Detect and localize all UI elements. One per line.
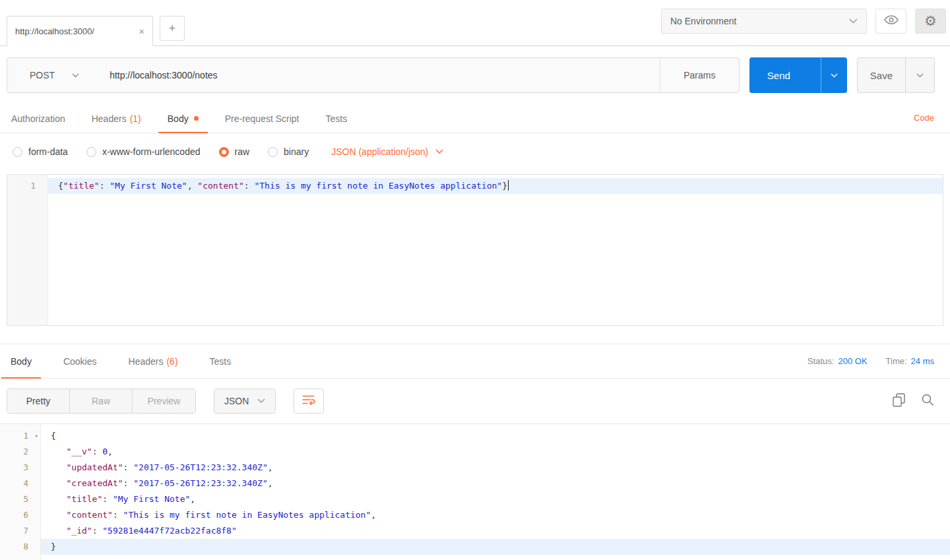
- tab-body[interactable]: Body: [168, 104, 199, 133]
- close-icon[interactable]: ×: [139, 26, 144, 37]
- response-tabs-bar: Body Cookies Headers (6) Tests Status: 2…: [0, 344, 950, 379]
- code-token: [51, 478, 66, 488]
- radio-label: form-data: [28, 146, 68, 157]
- response-panel: Body Cookies Headers (6) Tests Status: 2…: [0, 344, 950, 560]
- response-meta: Status: 200 OK Time: 24 ms: [808, 344, 934, 378]
- request-editor-code-area[interactable]: {"title": "My First Note", "content": "T…: [48, 175, 943, 325]
- url-input[interactable]: http://localhost:3000/notes: [94, 70, 660, 80]
- code-line[interactable]: "updatedAt": "2017-05-26T12:23:32.340Z",: [41, 460, 950, 476]
- fold-toggle-icon[interactable]: ▾: [35, 428, 38, 444]
- body-mode-option-form-data[interactable]: form-data: [13, 146, 68, 157]
- request-body-editor[interactable]: 1 {"title": "My First Note", "content": …: [7, 174, 943, 326]
- radio-label: raw: [235, 146, 250, 157]
- save-button-label[interactable]: Save: [858, 58, 905, 92]
- tab-count-badge: (1): [130, 113, 141, 124]
- body-mode-option-urlencoded[interactable]: x-www-form-urlencoded: [86, 146, 201, 157]
- send-button[interactable]: Send: [749, 57, 847, 93]
- line-number: 2: [0, 444, 40, 460]
- content-type-value: JSON (application/json): [331, 146, 428, 157]
- response-tab-cookies[interactable]: Cookies: [63, 344, 97, 378]
- tab-headers[interactable]: Headers (1): [92, 104, 141, 133]
- gear-icon: ⚙: [924, 13, 937, 29]
- line-number: 3: [0, 460, 40, 476]
- chevron-down-icon: [831, 73, 838, 78]
- header-controls: No Environment ⚙: [661, 9, 946, 34]
- code-token: {: [51, 431, 56, 441]
- generate-code-link[interactable]: Code: [914, 113, 934, 123]
- code-token: :: [123, 462, 134, 472]
- code-token: [51, 447, 66, 456]
- view-pretty-button[interactable]: Pretty: [7, 389, 70, 413]
- code-line[interactable]: "_id": "59281e4447f72acb22fac8f8": [41, 523, 950, 539]
- response-actions: [893, 393, 934, 410]
- radio-label: x-www-form-urlencoded: [102, 146, 201, 157]
- code-line[interactable]: "createdAt": "2017-05-26T12:23:32.340Z",: [41, 476, 950, 491]
- code-token: "__v": [66, 447, 92, 456]
- app-header: http://localhost:3000/ × + No Environmen…: [0, 0, 950, 46]
- code-line[interactable]: "__v": 0,: [41, 444, 950, 460]
- line-number: 5: [0, 491, 40, 507]
- code-token: ,: [190, 494, 195, 504]
- chevron-down-icon: [435, 149, 443, 154]
- tab-pre-request-script[interactable]: Pre-request Script: [225, 104, 300, 133]
- body-mode-option-binary[interactable]: binary: [268, 146, 309, 157]
- save-options-button[interactable]: [905, 58, 934, 92]
- send-button-label[interactable]: Send: [749, 57, 821, 93]
- code-token: ,: [268, 478, 273, 488]
- code-token: :: [123, 478, 134, 488]
- request-url-bar: POST http://localhost:3000/notes Params: [7, 57, 740, 93]
- response-tab-body[interactable]: Body: [11, 344, 32, 378]
- send-options-button[interactable]: [821, 57, 847, 93]
- tab-label: Headers: [129, 356, 164, 367]
- copy-icon[interactable]: [893, 393, 905, 410]
- line-number: 6: [0, 507, 40, 523]
- environment-select[interactable]: No Environment: [661, 9, 867, 34]
- code-line[interactable]: "content": "This is my first note in Eas…: [41, 507, 950, 523]
- response-tab-tests[interactable]: Tests: [210, 344, 232, 378]
- text-cursor: [508, 180, 509, 191]
- code-token: [51, 494, 66, 504]
- tab-tests[interactable]: Tests: [326, 104, 348, 133]
- request-tabs-bar: Authorization Headers (1) Body Pre-reque…: [0, 104, 950, 133]
- new-tab-button[interactable]: +: [160, 16, 185, 41]
- code-token: "content": [197, 181, 243, 191]
- code-token: :: [92, 447, 103, 456]
- wrap-lines-button[interactable]: [294, 389, 324, 414]
- request-tab[interactable]: http://localhost:3000/ ×: [7, 16, 153, 46]
- request-builder: POST http://localhost:3000/notes Params …: [0, 46, 950, 104]
- settings-button[interactable]: ⚙: [915, 9, 946, 34]
- method-select[interactable]: POST: [7, 70, 94, 80]
- response-view-switch: Pretty Raw Preview: [7, 389, 196, 414]
- environment-preview-button[interactable]: [875, 9, 906, 34]
- view-preview-button[interactable]: Preview: [133, 389, 195, 413]
- code-line[interactable]: {"title": "My First Note", "content": "T…: [48, 178, 943, 194]
- line-number: 4: [0, 476, 40, 491]
- tab-authorization[interactable]: Authorization: [11, 104, 65, 133]
- response-tab-headers[interactable]: Headers (6): [129, 344, 178, 378]
- radio-selected-icon: [219, 147, 229, 157]
- response-editor-code-area[interactable]: { "__v": 0, "updatedAt": "2017-05-26T12:…: [41, 424, 950, 560]
- save-button[interactable]: Save: [857, 57, 935, 93]
- code-line[interactable]: "title": "My First Note",: [41, 491, 950, 507]
- response-format-select[interactable]: JSON: [214, 389, 276, 414]
- code-token: ,: [371, 510, 376, 520]
- body-mode-option-raw[interactable]: raw: [219, 146, 250, 157]
- code-line[interactable]: }: [41, 539, 950, 555]
- search-icon[interactable]: [921, 393, 934, 409]
- code-token: }: [502, 181, 507, 191]
- response-body-viewer[interactable]: 1▾2345678 { "__v": 0, "updatedAt": "2017…: [0, 424, 950, 560]
- time-value: 24 ms: [911, 356, 934, 366]
- code-token: :: [113, 510, 123, 520]
- radio-icon: [13, 147, 22, 157]
- code-token: "_id": [66, 526, 92, 536]
- params-button[interactable]: Params: [660, 58, 739, 92]
- view-raw-button[interactable]: Raw: [70, 389, 133, 413]
- code-token: :: [244, 181, 255, 191]
- code-token: "My First Note": [113, 494, 190, 504]
- content-type-select[interactable]: JSON (application/json): [331, 146, 443, 157]
- tab-label: Tests: [210, 356, 232, 367]
- code-token: "59281e4447f72acb22fac8f8": [102, 526, 237, 536]
- code-line[interactable]: {: [41, 428, 950, 444]
- line-number: 1▾: [0, 428, 40, 444]
- line-number: 7: [0, 523, 40, 539]
